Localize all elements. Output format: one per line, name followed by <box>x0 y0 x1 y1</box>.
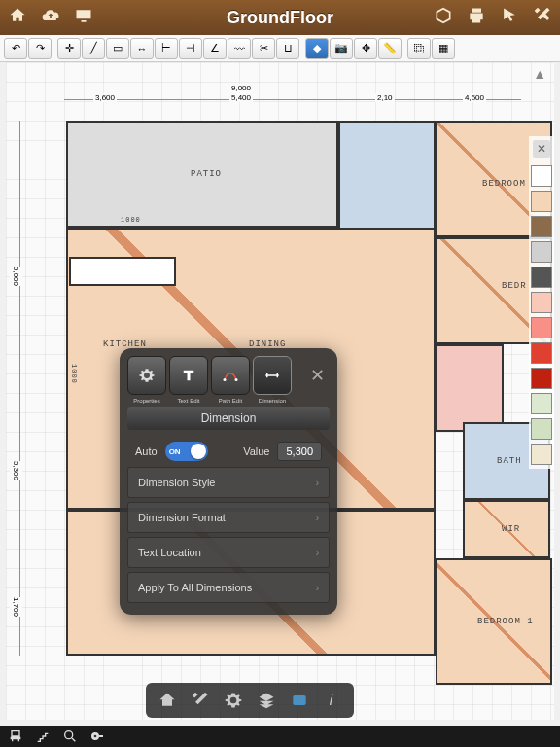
tool-arrow-h[interactable]: ↔ <box>130 38 154 59</box>
tool-grid[interactable]: ▦ <box>432 38 455 59</box>
popup-title: Dimension <box>127 407 330 430</box>
tool-dim1[interactable]: ⊢ <box>155 38 178 59</box>
tool-center[interactable]: ✛ <box>57 38 81 59</box>
tab-dimension[interactable]: Dimension <box>253 356 292 395</box>
swatch[interactable] <box>531 342 552 364</box>
print-icon[interactable] <box>467 6 486 29</box>
tool-dim2[interactable]: ⊣ <box>179 38 202 59</box>
room-label: BEDROOM <box>482 179 526 189</box>
tool-measure[interactable]: 📏 <box>378 38 402 59</box>
tab-label: Path Edit <box>219 398 242 404</box>
svg-point-1 <box>235 378 238 381</box>
dim-inner: 1000 <box>121 216 141 224</box>
home-icon[interactable] <box>8 6 27 29</box>
toggle-knob <box>191 444 206 459</box>
tab-path-edit[interactable]: Path Edit <box>211 356 250 395</box>
page-title: GroundFloor <box>227 8 333 28</box>
item-label: Dimension Style <box>138 477 215 488</box>
popup-item-style[interactable]: Dimension Style› <box>127 467 330 498</box>
display-icon[interactable] <box>74 6 93 29</box>
counter[interactable] <box>69 257 176 286</box>
tool-curve[interactable]: 〰 <box>228 38 251 59</box>
room-label: BATH <box>497 456 522 466</box>
popup-item-format[interactable]: Dimension Format› <box>127 502 330 533</box>
svg-text:i: i <box>330 692 333 708</box>
cloud-upload-icon[interactable] <box>41 6 60 29</box>
close-popup-icon[interactable]: ✕ <box>304 363 330 388</box>
swatch[interactable] <box>531 317 552 338</box>
tool-rect[interactable]: ▭ <box>106 38 129 59</box>
path-icon <box>221 367 240 384</box>
tool-line[interactable]: ╱ <box>82 38 105 59</box>
value-input[interactable]: 5,300 <box>277 442 322 461</box>
svg-point-0 <box>224 378 227 381</box>
svg-point-6 <box>94 735 97 738</box>
tab-label: Text Edit <box>177 398 199 404</box>
titlebar: GroundFloor <box>0 0 560 35</box>
tool-trim[interactable]: ✂ <box>252 38 275 59</box>
bottom-dock: i <box>146 683 354 718</box>
room-label: PATIO <box>191 169 222 179</box>
dock-gear-icon[interactable] <box>220 687 247 714</box>
cube-icon[interactable] <box>434 6 453 29</box>
value-label: Value <box>243 445 269 457</box>
tools-icon[interactable] <box>533 6 552 29</box>
swatch[interactable] <box>531 393 552 414</box>
popup-item-apply[interactable]: Apply To All Dimensions› <box>127 572 330 603</box>
tool-camera[interactable]: 📷 <box>330 38 353 59</box>
auto-toggle[interactable]: ON <box>165 442 208 461</box>
dock-layers-icon[interactable] <box>253 687 280 714</box>
chevron-right-icon: › <box>316 548 319 558</box>
swatch[interactable] <box>531 267 552 288</box>
dock-library-icon[interactable] <box>286 687 313 714</box>
status-zoom-icon[interactable] <box>62 729 78 744</box>
swatch[interactable] <box>531 444 552 465</box>
room-bedroom1[interactable] <box>338 121 436 237</box>
toolbar: ↶ ↷ ✛ ╱ ▭ ↔ ⊢ ⊣ ∠ 〰 ✂ ⊔ ◆ 📷 ✥ 📏 ⿻ ▦ <box>0 35 560 62</box>
item-label: Dimension Format <box>138 512 226 523</box>
tab-properties[interactable]: Properties <box>127 356 166 395</box>
chevron-right-icon: › <box>316 478 319 488</box>
status-stairs-icon[interactable] <box>35 729 51 744</box>
pointer-icon[interactable] <box>500 6 519 29</box>
chevron-right-icon: › <box>316 513 319 523</box>
tab-label: Dimension <box>259 398 286 404</box>
room-label: WIR <box>502 524 520 534</box>
swatch[interactable] <box>531 165 552 187</box>
status-chair-icon[interactable] <box>8 729 23 744</box>
dimension-popup: Properties Text Edit Path Edit Dimension… <box>120 348 337 615</box>
status-tape-icon[interactable] <box>89 729 105 744</box>
tool-select[interactable]: ◆ <box>305 38 329 59</box>
tool-move[interactable]: ✥ <box>354 38 377 59</box>
room-label: BEDR <box>502 281 527 291</box>
dim-inner: 1000 <box>70 364 78 384</box>
close-swatches-icon[interactable]: ✕ <box>533 140 550 158</box>
tool-redo[interactable]: ↷ <box>28 38 52 59</box>
auto-label: Auto <box>135 445 158 457</box>
tool-undo[interactable]: ↶ <box>4 38 27 59</box>
dimension-icon <box>262 367 282 384</box>
tab-text-edit[interactable]: Text Edit <box>169 356 208 395</box>
swatch[interactable] <box>531 241 552 263</box>
statusbar <box>0 726 560 747</box>
svg-point-4 <box>65 731 73 739</box>
swatch[interactable] <box>531 292 552 313</box>
item-label: Apply To All Dimensions <box>138 582 252 593</box>
item-label: Text Location <box>138 547 201 558</box>
chevron-right-icon: › <box>316 583 319 593</box>
gear-icon <box>137 367 157 384</box>
room-hall[interactable] <box>436 344 504 432</box>
tool-copy[interactable]: ⿻ <box>407 38 431 59</box>
dock-info-icon[interactable]: i <box>319 687 346 714</box>
popup-item-textloc[interactable]: Text Location› <box>127 537 330 568</box>
tab-label: Properties <box>133 398 159 404</box>
toggle-state: ON <box>169 447 181 456</box>
dock-home-icon[interactable] <box>154 687 181 714</box>
dock-tools-icon[interactable] <box>187 687 214 714</box>
swatch[interactable] <box>531 418 552 440</box>
swatch[interactable] <box>531 191 552 212</box>
swatch[interactable] <box>531 368 552 389</box>
tool-angle[interactable]: ∠ <box>203 38 227 59</box>
tool-join[interactable]: ⊔ <box>276 38 299 59</box>
swatch[interactable] <box>531 216 552 237</box>
